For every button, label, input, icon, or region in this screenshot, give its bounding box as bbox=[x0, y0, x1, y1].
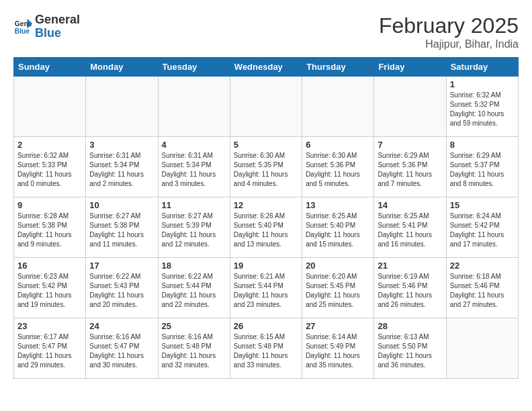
weekday-header-thursday: Thursday bbox=[302, 58, 374, 77]
cell-info: Sunrise: 6:23 AM Sunset: 5:42 PM Dayligh… bbox=[17, 272, 82, 310]
cell-info: Sunrise: 6:26 AM Sunset: 5:40 PM Dayligh… bbox=[234, 212, 298, 249]
weekday-header-monday: Monday bbox=[86, 58, 158, 77]
calendar-cell: 13Sunrise: 6:25 AM Sunset: 5:40 PM Dayli… bbox=[302, 197, 374, 258]
calendar-cell: 2Sunrise: 6:32 AM Sunset: 5:33 PM Daylig… bbox=[14, 137, 86, 197]
calendar-cell: 27Sunrise: 6:14 AM Sunset: 5:49 PM Dayli… bbox=[302, 318, 374, 379]
day-number: 1 bbox=[450, 79, 515, 89]
day-number: 12 bbox=[234, 200, 298, 210]
calendar-cell bbox=[14, 77, 86, 137]
calendar-cell: 9Sunrise: 6:28 AM Sunset: 5:38 PM Daylig… bbox=[14, 197, 86, 258]
calendar-cell: 8Sunrise: 6:29 AM Sunset: 5:37 PM Daylig… bbox=[446, 137, 518, 197]
cell-info: Sunrise: 6:14 AM Sunset: 5:49 PM Dayligh… bbox=[306, 332, 370, 370]
cell-info: Sunrise: 6:32 AM Sunset: 5:33 PM Dayligh… bbox=[17, 151, 82, 189]
calendar-cell: 16Sunrise: 6:23 AM Sunset: 5:42 PM Dayli… bbox=[14, 258, 86, 318]
day-number: 21 bbox=[378, 261, 442, 271]
day-number: 22 bbox=[450, 261, 515, 271]
cell-info: Sunrise: 6:16 AM Sunset: 5:47 PM Dayligh… bbox=[89, 332, 154, 370]
weekday-header-tuesday: Tuesday bbox=[158, 58, 230, 77]
calendar-cell: 7Sunrise: 6:29 AM Sunset: 5:36 PM Daylig… bbox=[374, 137, 446, 197]
cell-info: Sunrise: 6:27 AM Sunset: 5:38 PM Dayligh… bbox=[89, 212, 154, 249]
calendar-cell: 4Sunrise: 6:31 AM Sunset: 5:34 PM Daylig… bbox=[158, 137, 230, 197]
cell-info: Sunrise: 6:31 AM Sunset: 5:34 PM Dayligh… bbox=[89, 151, 154, 189]
calendar-cell bbox=[302, 77, 374, 137]
day-number: 24 bbox=[89, 321, 154, 331]
calendar-cell: 23Sunrise: 6:17 AM Sunset: 5:47 PM Dayli… bbox=[14, 318, 86, 379]
cell-info: Sunrise: 6:30 AM Sunset: 5:36 PM Dayligh… bbox=[306, 151, 370, 189]
day-number: 26 bbox=[234, 321, 298, 331]
cell-info: Sunrise: 6:15 AM Sunset: 5:48 PM Dayligh… bbox=[234, 332, 298, 370]
cell-info: Sunrise: 6:31 AM Sunset: 5:34 PM Dayligh… bbox=[162, 151, 226, 189]
day-number: 23 bbox=[17, 321, 82, 331]
calendar-cell: 15Sunrise: 6:24 AM Sunset: 5:42 PM Dayli… bbox=[446, 197, 518, 258]
day-number: 15 bbox=[450, 200, 515, 210]
calendar-cell: 17Sunrise: 6:22 AM Sunset: 5:43 PM Dayli… bbox=[86, 258, 158, 318]
day-number: 7 bbox=[378, 140, 442, 150]
day-number: 28 bbox=[378, 321, 442, 331]
day-number: 8 bbox=[450, 140, 515, 150]
calendar-cell: 28Sunrise: 6:13 AM Sunset: 5:50 PM Dayli… bbox=[374, 318, 446, 379]
calendar-cell: 19Sunrise: 6:21 AM Sunset: 5:44 PM Dayli… bbox=[230, 258, 302, 318]
calendar-cell: 12Sunrise: 6:26 AM Sunset: 5:40 PM Dayli… bbox=[230, 197, 302, 258]
cell-info: Sunrise: 6:30 AM Sunset: 5:35 PM Dayligh… bbox=[234, 151, 298, 189]
cell-info: Sunrise: 6:20 AM Sunset: 5:45 PM Dayligh… bbox=[306, 272, 370, 310]
calendar-cell: 14Sunrise: 6:25 AM Sunset: 5:41 PM Dayli… bbox=[374, 197, 446, 258]
day-number: 16 bbox=[17, 261, 82, 271]
cell-info: Sunrise: 6:22 AM Sunset: 5:43 PM Dayligh… bbox=[89, 272, 154, 310]
day-number: 11 bbox=[162, 200, 226, 210]
cell-info: Sunrise: 6:16 AM Sunset: 5:48 PM Dayligh… bbox=[162, 332, 226, 370]
title-area: February 2025 Hajipur, Bihar, India bbox=[379, 13, 519, 50]
header: General Blue General Blue February 2025 … bbox=[13, 13, 519, 50]
week-row-2: 2Sunrise: 6:32 AM Sunset: 5:33 PM Daylig… bbox=[14, 137, 519, 197]
calendar-cell: 5Sunrise: 6:30 AM Sunset: 5:35 PM Daylig… bbox=[230, 137, 302, 197]
calendar-cell: 26Sunrise: 6:15 AM Sunset: 5:48 PM Dayli… bbox=[230, 318, 302, 379]
day-number: 5 bbox=[234, 140, 298, 150]
day-number: 25 bbox=[162, 321, 226, 331]
day-number: 14 bbox=[378, 200, 442, 210]
day-number: 13 bbox=[306, 200, 370, 210]
cell-info: Sunrise: 6:21 AM Sunset: 5:44 PM Dayligh… bbox=[234, 272, 298, 310]
logo-text: General Blue bbox=[35, 13, 80, 40]
calendar-cell: 6Sunrise: 6:30 AM Sunset: 5:36 PM Daylig… bbox=[302, 137, 374, 197]
calendar-cell bbox=[374, 77, 446, 137]
day-number: 18 bbox=[162, 261, 226, 271]
day-number: 6 bbox=[306, 140, 370, 150]
day-number: 10 bbox=[89, 200, 154, 210]
cell-info: Sunrise: 6:17 AM Sunset: 5:47 PM Dayligh… bbox=[17, 332, 82, 370]
month-title: February 2025 bbox=[379, 13, 519, 38]
calendar-cell: 20Sunrise: 6:20 AM Sunset: 5:45 PM Dayli… bbox=[302, 258, 374, 318]
week-row-4: 16Sunrise: 6:23 AM Sunset: 5:42 PM Dayli… bbox=[14, 258, 519, 318]
calendar-cell: 18Sunrise: 6:22 AM Sunset: 5:44 PM Dayli… bbox=[158, 258, 230, 318]
week-row-5: 23Sunrise: 6:17 AM Sunset: 5:47 PM Dayli… bbox=[14, 318, 519, 379]
calendar-cell: 1Sunrise: 6:32 AM Sunset: 5:32 PM Daylig… bbox=[446, 77, 518, 137]
weekday-header-sunday: Sunday bbox=[14, 58, 86, 77]
calendar-cell: 25Sunrise: 6:16 AM Sunset: 5:48 PM Dayli… bbox=[158, 318, 230, 379]
cell-info: Sunrise: 6:25 AM Sunset: 5:40 PM Dayligh… bbox=[306, 212, 370, 249]
svg-text:Blue: Blue bbox=[15, 28, 30, 35]
cell-info: Sunrise: 6:29 AM Sunset: 5:36 PM Dayligh… bbox=[378, 151, 442, 189]
weekday-header-saturday: Saturday bbox=[446, 58, 518, 77]
cell-info: Sunrise: 6:22 AM Sunset: 5:44 PM Dayligh… bbox=[162, 272, 226, 310]
weekday-header-friday: Friday bbox=[374, 58, 446, 77]
cell-info: Sunrise: 6:27 AM Sunset: 5:39 PM Dayligh… bbox=[162, 212, 226, 249]
weekday-header-row: SundayMondayTuesdayWednesdayThursdayFrid… bbox=[14, 58, 519, 77]
calendar-cell: 11Sunrise: 6:27 AM Sunset: 5:39 PM Dayli… bbox=[158, 197, 230, 258]
cell-info: Sunrise: 6:19 AM Sunset: 5:46 PM Dayligh… bbox=[378, 272, 442, 310]
day-number: 4 bbox=[162, 140, 226, 150]
day-number: 20 bbox=[306, 261, 370, 271]
logo-icon: General Blue bbox=[13, 17, 32, 36]
day-number: 3 bbox=[89, 140, 154, 150]
day-number: 19 bbox=[234, 261, 298, 271]
cell-info: Sunrise: 6:18 AM Sunset: 5:46 PM Dayligh… bbox=[450, 272, 515, 310]
calendar-cell: 22Sunrise: 6:18 AM Sunset: 5:46 PM Dayli… bbox=[446, 258, 518, 318]
week-row-3: 9Sunrise: 6:28 AM Sunset: 5:38 PM Daylig… bbox=[14, 197, 519, 258]
cell-info: Sunrise: 6:28 AM Sunset: 5:38 PM Dayligh… bbox=[17, 212, 82, 249]
calendar-cell: 24Sunrise: 6:16 AM Sunset: 5:47 PM Dayli… bbox=[86, 318, 158, 379]
cell-info: Sunrise: 6:29 AM Sunset: 5:37 PM Dayligh… bbox=[450, 151, 515, 189]
day-number: 2 bbox=[17, 140, 82, 150]
day-number: 9 bbox=[17, 200, 82, 210]
calendar-cell: 21Sunrise: 6:19 AM Sunset: 5:46 PM Dayli… bbox=[374, 258, 446, 318]
week-row-1: 1Sunrise: 6:32 AM Sunset: 5:32 PM Daylig… bbox=[14, 77, 519, 137]
calendar-cell: 3Sunrise: 6:31 AM Sunset: 5:34 PM Daylig… bbox=[86, 137, 158, 197]
calendar-cell: 10Sunrise: 6:27 AM Sunset: 5:38 PM Dayli… bbox=[86, 197, 158, 258]
cell-info: Sunrise: 6:13 AM Sunset: 5:50 PM Dayligh… bbox=[378, 332, 442, 370]
